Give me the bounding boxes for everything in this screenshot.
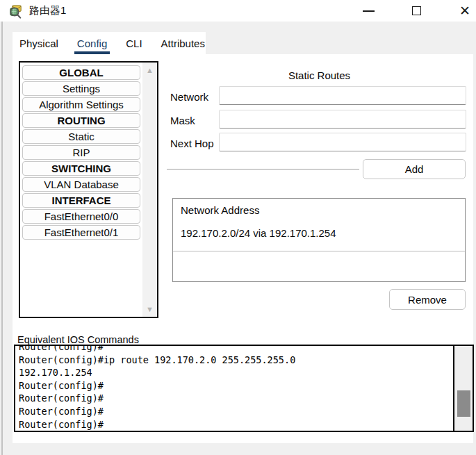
packet-tracer-icon — [8, 3, 24, 19]
maximize-icon — [412, 6, 421, 15]
tab-config[interactable]: Config — [74, 32, 110, 54]
sidebar-item-switching[interactable]: SWITCHING — [22, 161, 140, 176]
config-sidebar: GLOBAL Settings Algorithm Settings ROUTI… — [19, 61, 158, 318]
title-bar: 路由器1 ✕ — [0, 0, 476, 22]
maximize-button[interactable] — [404, 0, 428, 22]
route-list[interactable]: Network Address 192.170.2.0/24 via 192.1… — [172, 198, 466, 282]
sidebar-item-fastethernet0-0[interactable]: FastEthernet0/0 — [22, 209, 140, 224]
network-label: Network — [170, 91, 208, 103]
network-input[interactable] — [219, 86, 466, 105]
ios-terminal[interactable]: Router(config)# Router(config)#ip route … — [14, 345, 474, 432]
sidebar-item-rip[interactable]: RIP — [22, 145, 140, 160]
sidebar-item-global[interactable]: GLOBAL — [22, 65, 140, 80]
sidebar-item-vlan-database[interactable]: VLAN Database — [22, 177, 140, 192]
close-button[interactable]: ✕ — [453, 0, 476, 22]
static-routes-title: Static Routes — [172, 69, 466, 81]
route-list-header: Network Address — [181, 204, 259, 216]
window-left-edge — [1, 22, 3, 455]
terminal-scrollbar[interactable] — [453, 346, 473, 431]
mask-input[interactable] — [219, 110, 466, 129]
sidebar-button-list: GLOBAL Settings Algorithm Settings ROUTI… — [22, 64, 141, 240]
sidebar-scrollbar[interactable]: ▲ ▼ — [142, 63, 157, 317]
minimize-icon — [363, 10, 375, 12]
sidebar-item-algorithm-settings[interactable]: Algorithm Settings — [22, 97, 140, 112]
close-icon: ✕ — [459, 4, 470, 17]
tab-physical[interactable]: Physical — [17, 32, 61, 54]
add-button[interactable]: Add — [363, 159, 466, 179]
terminal-scrollbar-thumb[interactable] — [457, 390, 470, 417]
route-list-divider — [173, 251, 465, 251]
sidebar-item-fastethernet0-1[interactable]: FastEthernet0/1 — [22, 225, 140, 240]
scroll-down-icon[interactable]: ▼ — [142, 305, 157, 313]
next-hop-label: Next Hop — [170, 138, 214, 149]
mask-label: Mask — [170, 115, 195, 126]
sidebar-item-routing[interactable]: ROUTING — [22, 113, 140, 128]
minimize-button[interactable] — [356, 0, 380, 22]
form-divider — [167, 169, 359, 169]
sidebar-item-settings[interactable]: Settings — [22, 81, 140, 96]
scroll-up-icon[interactable]: ▲ — [142, 66, 157, 74]
sidebar-item-static[interactable]: Static — [22, 129, 140, 144]
window-title: 路由器1 — [29, 4, 66, 17]
ios-terminal-text: Router(config)# Router(config)#ip route … — [19, 345, 450, 431]
tab-cli[interactable]: CLI — [123, 32, 145, 54]
router-config-window: 路由器1 ✕ Physical Config CLI Attributes GL… — [0, 0, 476, 455]
remove-button[interactable]: Remove — [389, 289, 466, 310]
ios-commands-label: Equivalent IOS Commands — [17, 334, 139, 345]
tab-bar: Physical Config CLI Attributes — [13, 32, 206, 54]
sidebar-item-interface[interactable]: INTERFACE — [22, 193, 140, 208]
next-hop-input[interactable] — [219, 133, 466, 151]
route-list-entry[interactable]: 192.170.2.0/24 via 192.170.1.254 — [181, 227, 336, 239]
tab-attributes[interactable]: Attributes — [158, 32, 208, 54]
